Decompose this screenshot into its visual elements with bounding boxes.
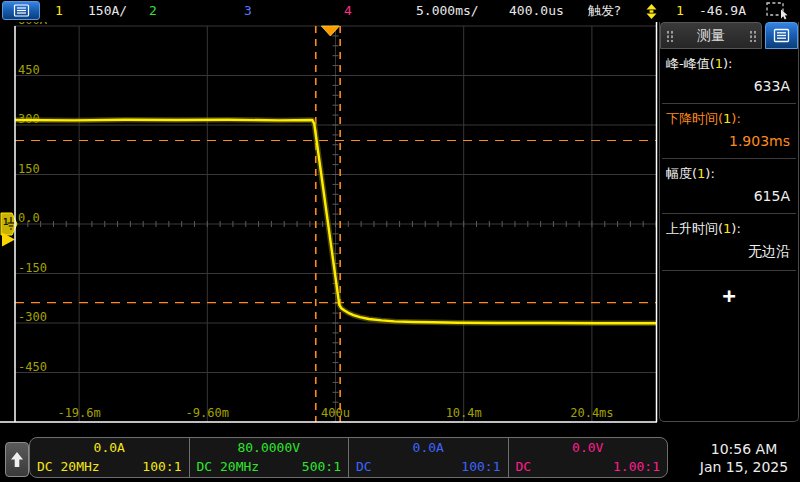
y-axis-label: 0.0 [18,211,40,225]
measurement-label: 下降时间(1): [666,110,792,128]
drag-handle-icon[interactable] [749,30,756,42]
x-axis-label: -19.6m [57,406,100,420]
measurement-value: 615A [666,183,792,211]
channel4-value: 0.0V [516,440,661,455]
channel1-value: 0.0A [37,440,182,455]
main-menu-button[interactable] [2,1,40,20]
measurement-label: 幅度(1): [666,165,792,183]
measurement-label: 上升时间(1): [666,220,792,238]
up-arrow-icon [10,451,24,468]
bottom-status-bar: 0.0A DC 20MHz 100:1 80.0000V DC 20MHz 50… [0,432,800,482]
drag-handle-icon[interactable] [666,30,673,42]
channel2-info-box[interactable]: 80.0000V DC 20MHz 500:1 [189,438,349,477]
list-menu-icon [773,28,790,43]
channel-info-group: 0.0A DC 20MHz 100:1 80.0000V DC 20MHz 50… [29,437,668,478]
measurement-panel-tab[interactable]: 测量 [660,22,762,49]
measurement-panel-header: 测量 [660,22,798,49]
trigger-slope-icon[interactable] [646,4,657,23]
channel3-status[interactable]: 3 [244,3,252,19]
trigger-source-readout[interactable]: 1 [676,3,684,19]
trigger-time-marker[interactable] [321,26,339,36]
channel4-info-box[interactable]: 0.0V DC 1.00:1 [508,438,668,477]
channel3-coupling: DC [356,459,372,474]
x-axis-label: -9.60m [186,406,229,420]
hamburger-menu-icon [13,4,30,17]
channel4-coupling: DC [516,459,532,474]
measurement-panel-title: 测量 [697,27,725,45]
y-axis-label: 600A [18,22,48,27]
x-axis-label: 400u [321,406,350,420]
measurement-value: 1.903ms [666,128,792,156]
ground-marker-channel-number: 1 [3,217,8,227]
y-axis-label: 450 [18,63,40,77]
region-select-icon[interactable] [766,2,790,24]
channel2-value: 80.0000V [197,440,342,455]
y-axis-label: 150 [18,162,40,176]
measurement-panel: 测量 峰-峰值(1): 633A 下降时间(1): 1.903ms 幅度(1):… [659,22,799,422]
y-axis-label: -150 [18,261,47,275]
trigger-level-readout[interactable]: -46.9A [699,3,746,19]
channel3-info-box[interactable]: 0.0A DC 100:1 [348,438,508,477]
expand-up-button[interactable] [5,442,29,477]
channel1-status[interactable]: 1 [55,3,63,19]
measurement-peak-to-peak[interactable]: 峰-峰值(1): 633A [660,49,798,103]
clock: 10:56 AM Jan 15, 2025 [688,440,800,476]
x-axis-label: 20.4ms [570,406,613,420]
measurement-label: 峰-峰值(1): [666,55,792,73]
channel1-info-box[interactable]: 0.0A DC 20MHz 100:1 [30,438,189,477]
trigger-status-label: 触发? [588,3,621,19]
delay-readout[interactable]: 400.0us [509,3,564,19]
date-display: Jan 15, 2025 [688,458,800,476]
channel1-coupling: DC 20MHz [37,459,100,474]
channel2-coupling: DC 20MHz [197,459,260,474]
measurement-amplitude[interactable]: 幅度(1): 615A [660,159,798,213]
divider [662,270,796,271]
channel3-value: 0.0A [356,440,501,455]
measurement-value: 633A [666,73,792,101]
channel4-probe-ratio: 1.00:1 [613,459,660,474]
measurement-menu-button[interactable] [765,22,798,49]
time-display: 10:56 AM [688,440,800,458]
x-axis-label: 10.4m [446,406,482,420]
graticule: 600A4503001500.0-150-300-450-19.6m-9.60m… [15,22,656,422]
top-status-bar: 1 150A/ 2 3 4 5.000ms/ 400.0us 触发? 1 -46… [0,0,800,22]
y-axis-label: -450 [18,360,47,374]
measurement-value: 无边沿 [666,238,792,268]
channel1-scale[interactable]: 150A/ [88,3,127,19]
add-measurement-button[interactable]: + [660,283,798,308]
channel2-status[interactable]: 2 [149,3,157,19]
waveform-display[interactable]: 600A4503001500.0-150-300-450-19.6m-9.60m… [0,22,658,432]
channel4-status[interactable]: 4 [344,3,352,19]
channel1-probe-ratio: 100:1 [142,459,181,474]
measurement-rise-time[interactable]: 上升时间(1): 无边沿 [660,214,798,270]
channel3-probe-ratio: 100:1 [461,459,500,474]
y-axis-label: -300 [18,310,47,324]
measurement-fall-time[interactable]: 下降时间(1): 1.903ms [660,104,798,158]
timebase-readout[interactable]: 5.000ms/ [416,3,479,19]
channel2-probe-ratio: 500:1 [302,459,341,474]
